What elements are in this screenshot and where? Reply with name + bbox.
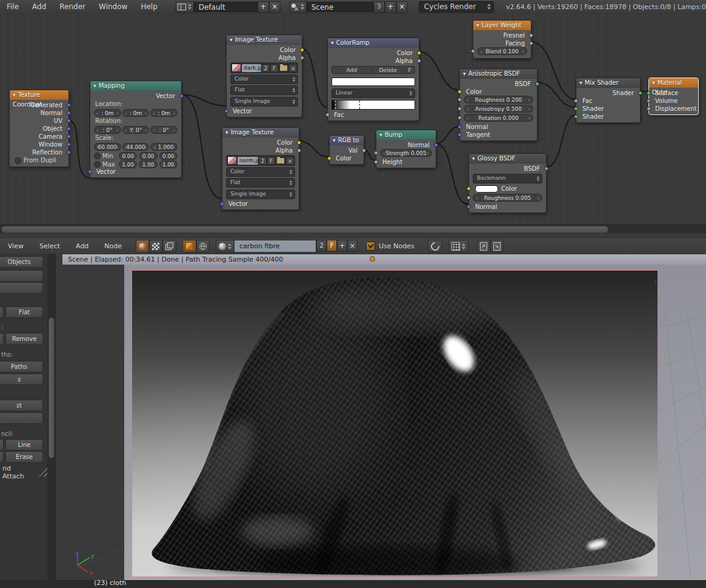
scale-z-field[interactable]: : 1.000 <box>150 143 178 151</box>
location-y-field[interactable]: : 0m <box>122 109 150 117</box>
socket-rotation-in[interactable] <box>458 116 462 120</box>
socket-color-in[interactable] <box>467 187 471 191</box>
socket-generated[interactable] <box>67 103 71 107</box>
socket-bsdf-out[interactable] <box>535 82 539 86</box>
node-glossy-bsdf[interactable]: Glossy BSDF BSDF Beckmann Color Roughnes… <box>468 153 547 213</box>
menu-help[interactable]: Help <box>134 2 164 11</box>
ramp-stop-marker[interactable] <box>335 101 336 109</box>
node-mapping[interactable]: Mapping Vector Location: : 0m : 0m : 0m … <box>90 81 182 178</box>
color-space-select[interactable]: Color <box>230 74 298 84</box>
toolshelf-button-objects[interactable]: Objects <box>0 256 43 268</box>
socket-fac-in[interactable] <box>325 113 330 117</box>
socket-alpha-out[interactable] <box>300 56 304 60</box>
unlink-material-button[interactable]: × <box>347 240 358 251</box>
scale-y-field[interactable]: 44.000 <box>122 143 150 151</box>
socket-facing-out[interactable] <box>529 41 533 45</box>
toolshelf-button-paths[interactable]: Paths <box>0 361 43 372</box>
menu-render[interactable]: Render <box>53 2 92 11</box>
screen-layout-browse-button[interactable] <box>175 1 194 13</box>
max-checkbox[interactable] <box>94 161 101 168</box>
socket-anisotropy-in[interactable] <box>458 107 462 111</box>
menu-add[interactable]: Add <box>25 2 53 11</box>
unlink-image-button[interactable]: × <box>286 157 294 165</box>
min-z-field[interactable]: 0.00 <box>159 152 178 160</box>
node-color-ramp[interactable]: ColorRamp Color Alpha Add Delete F Linea… <box>327 38 419 121</box>
rotation-slider[interactable]: Rotation 0.000 <box>464 114 533 122</box>
node-material-output[interactable]: Material Outp Surface Volume Displacemen… <box>648 78 699 115</box>
socket-color-in[interactable] <box>327 156 331 160</box>
blend-slider[interactable]: Blend 0.100 <box>477 47 527 55</box>
fake-user-button[interactable]: F <box>327 240 337 251</box>
open-image-icon[interactable] <box>277 158 284 164</box>
toolshelf-button[interactable] <box>0 333 4 345</box>
image-users-button[interactable]: 2 <box>259 157 267 165</box>
close-scene-button[interactable]: × <box>396 1 408 13</box>
projection-select[interactable]: Flat <box>230 85 298 95</box>
fake-user-button[interactable]: F <box>270 64 278 72</box>
toolshelf-button[interactable]: s <box>0 374 43 385</box>
source-select[interactable]: Single Image <box>226 190 295 199</box>
add-scene-button[interactable]: + <box>385 1 396 13</box>
socket-normal[interactable] <box>67 111 71 115</box>
unlink-image-button[interactable]: × <box>289 64 297 72</box>
socket-reflection[interactable] <box>67 150 71 154</box>
socket-surface-in[interactable] <box>647 91 651 95</box>
from-dupli-toggle[interactable]: From Dupli <box>10 156 68 165</box>
node-header[interactable]: Image Texture <box>227 35 302 45</box>
socket-roughness-in[interactable] <box>467 196 471 200</box>
node-editor-canvas[interactable]: Texture Coordinat Generated Normal UV Ob… <box>0 13 706 237</box>
socket-strength-in[interactable] <box>374 151 378 155</box>
roughness-slider[interactable]: Roughness 0.200 <box>464 96 533 104</box>
node-editor-hscrollbar[interactable] <box>0 224 706 233</box>
world-context-button[interactable] <box>196 240 210 253</box>
scene-name-field[interactable]: Scene <box>307 2 373 12</box>
socket-shader-out[interactable] <box>638 91 642 95</box>
open-image-icon[interactable] <box>280 65 287 71</box>
socket-fac-in[interactable] <box>574 99 578 103</box>
toolshelf-button[interactable] <box>0 412 43 424</box>
node-image-texture-dark[interactable]: Image Texture Color Alpha dark.jpg 2 F ×… <box>226 35 302 117</box>
screen-layout-name-field[interactable]: Default <box>194 2 258 12</box>
socket-color-in[interactable] <box>458 90 462 94</box>
socket-vector-out[interactable] <box>179 94 184 98</box>
node-mix-shader[interactable]: Mix Shader Shader Fac Shader Shader <box>576 78 641 123</box>
color-swatch[interactable] <box>475 185 498 193</box>
node-header[interactable]: Texture Coordinat <box>10 90 68 100</box>
node-texture-coordinate[interactable]: Texture Coordinat Generated Normal UV Ob… <box>9 90 69 167</box>
socket-vector-in[interactable] <box>88 170 92 174</box>
strength-slider[interactable]: Strength 0.005 <box>380 149 432 157</box>
socket-displacement-in[interactable] <box>647 107 651 111</box>
compositing-nodes-button[interactable] <box>162 240 176 253</box>
min-checkbox[interactable] <box>94 153 101 159</box>
node-header[interactable]: Image Texture <box>222 128 299 137</box>
image-preview-icon[interactable] <box>227 156 237 165</box>
node-rgb-to-bw[interactable]: RGB to Val Color <box>329 135 364 165</box>
min-y-field[interactable]: 0.00 <box>139 152 157 160</box>
anisotropy-slider[interactable]: Anisotropy 0.500 <box>464 105 533 113</box>
toolshelf-button-flat[interactable]: Flat <box>5 306 43 318</box>
socket-color-out[interactable] <box>297 140 301 145</box>
image-users-button[interactable]: 2 <box>262 64 270 72</box>
socket-normal-in[interactable] <box>467 205 471 209</box>
menu-add[interactable]: Add <box>68 242 96 250</box>
color-space-select[interactable]: Color <box>226 167 295 177</box>
ramp-flip-button[interactable]: F <box>404 66 415 74</box>
ramp-add-button[interactable]: Add <box>331 66 371 74</box>
socket-normal-out[interactable] <box>434 143 438 147</box>
socket-bsdf-out[interactable] <box>544 167 548 171</box>
menu-window[interactable]: Window <box>92 2 134 11</box>
node-anisotropic-bsdf[interactable]: Anisotropic BSDF BSDF Color Roughness 0.… <box>459 68 538 141</box>
socket-volume-in[interactable] <box>647 99 651 103</box>
menu-node[interactable]: Node <box>96 242 130 250</box>
render-engine-select[interactable]: Cycles Render <box>419 1 494 13</box>
node-header[interactable]: Material Outp <box>649 78 698 88</box>
toolshelf-button[interactable] <box>0 270 43 282</box>
location-z-field[interactable]: : 0m <box>150 109 178 117</box>
socket-shader-in-2[interactable] <box>574 114 578 119</box>
toolshelf-button-line[interactable]: Line <box>5 439 43 451</box>
socket-shader-in-1[interactable] <box>574 107 578 111</box>
node-header[interactable]: Anisotropic BSDF <box>460 69 537 79</box>
socket-alpha-out[interactable] <box>417 59 421 63</box>
toolshelf-button[interactable]: st <box>0 400 43 411</box>
socket-camera[interactable] <box>67 134 71 139</box>
